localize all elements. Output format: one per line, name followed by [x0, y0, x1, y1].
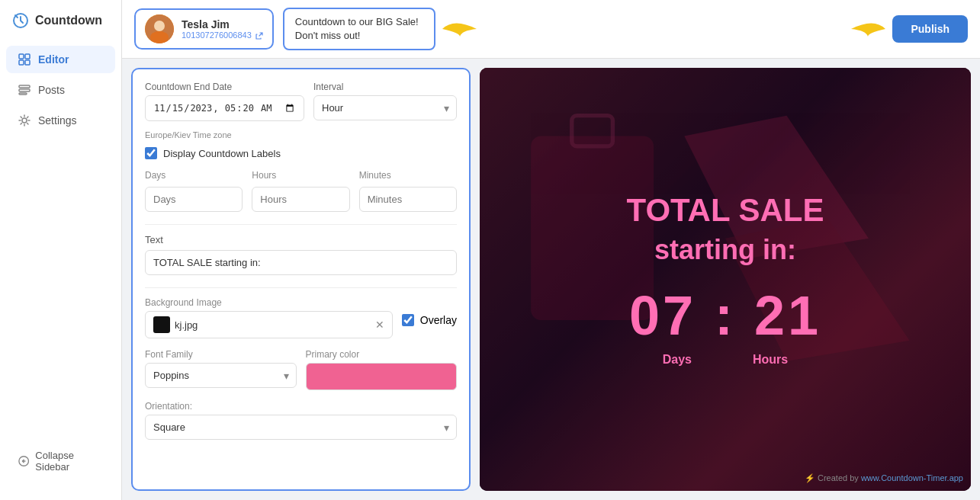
footer-link[interactable]: www.Countdown-Timer.app [861, 473, 963, 482]
orientation-group: Orientation: Square Landscape Portrait [145, 401, 457, 440]
preview-days-label: Days [663, 353, 692, 367]
hours-input[interactable] [252, 187, 349, 212]
collapse-label: Collapse Sidebar [35, 450, 103, 473]
preview-title-line1: TOTAL SALE [626, 193, 824, 228]
app-logo: Countdown [0, 12, 121, 44]
preview-title-line2: starting in: [626, 234, 824, 266]
collapse-icon [18, 455, 29, 467]
label-inputs-row: Days Hours Minutes [145, 170, 457, 212]
footer-created-text: Created by [818, 473, 861, 482]
content-area: Countdown End Date Interval Minute Hour … [122, 59, 980, 500]
interval-group: Interval Minute Hour Day [313, 82, 457, 121]
svg-rect-7 [19, 93, 27, 95]
days-input[interactable] [145, 187, 243, 212]
text-section: Text [145, 234, 457, 275]
sidebar-posts-label: Posts [38, 84, 65, 96]
sidebar-editor-label: Editor [38, 53, 69, 66]
days-group: Days [145, 170, 243, 212]
overlay-row: Overlay [402, 314, 457, 326]
primary-color-swatch[interactable] [306, 363, 458, 390]
svg-rect-4 [25, 60, 30, 65]
display-labels-checkbox[interactable] [145, 147, 157, 159]
preview-labels: Days Hours [626, 353, 824, 367]
sidebar-bottom: Collapse Sidebar [0, 434, 121, 488]
orientation-label: Orientation: [145, 401, 457, 412]
minutes-label: Minutes [359, 170, 457, 181]
overlay-section: Overlay [402, 297, 457, 326]
minutes-input[interactable] [359, 187, 457, 212]
orientation-select[interactable]: Square Landscape Portrait [145, 415, 457, 440]
app-title: Countdown [35, 14, 102, 27]
preview-footer: ⚡ Created by www.Countdown-Timer.app [805, 473, 963, 483]
end-date-input[interactable] [145, 95, 304, 121]
countdown-logo-icon [12, 12, 29, 29]
days-label: Days [145, 170, 243, 181]
preview-hours-label: Hours [753, 353, 788, 367]
preview-timer: 07 : 21 [626, 284, 824, 347]
collapse-sidebar-button[interactable]: Collapse Sidebar [6, 442, 115, 480]
arrow-right-icon [439, 14, 484, 44]
interval-label: Interval [313, 82, 457, 92]
bg-image-box: kj.jpg ✕ [145, 311, 393, 338]
settings-icon [18, 114, 31, 127]
preview-panel: TOTAL SALE starting in: 07 : 21 Days Hou… [480, 68, 971, 491]
timezone-text: Europe/Kiev Time zone [145, 130, 457, 139]
svg-rect-1 [19, 54, 24, 59]
external-link-icon [255, 32, 263, 40]
end-date-label: Countdown End Date [145, 82, 304, 92]
edit-icon [18, 53, 31, 66]
svg-point-8 [22, 118, 27, 123]
user-name: Tesla Jim [182, 18, 263, 30]
sidebar-item-posts[interactable]: Posts [6, 76, 115, 104]
user-card: Tesla Jim 101307276006843 [134, 8, 274, 50]
user-id: 101307276006843 [182, 30, 263, 40]
footer-bolt: ⚡ [805, 473, 815, 482]
text-input[interactable] [145, 250, 457, 275]
editor-panel: Countdown End Date Interval Minute Hour … [131, 68, 471, 491]
preview-background: TOTAL SALE starting in: 07 : 21 Days Hou… [480, 68, 971, 491]
arrow-left-icon [843, 14, 889, 44]
end-date-group: Countdown End Date [145, 82, 304, 121]
minutes-group: Minutes [359, 170, 457, 212]
user-info: Tesla Jim 101307276006843 [182, 18, 263, 40]
message-box: Countdown to our BIG Sale! Don't miss ou… [283, 8, 435, 50]
overlay-checkbox[interactable] [402, 314, 414, 326]
svg-rect-6 [19, 89, 30, 91]
hours-group: Hours [252, 170, 349, 212]
avatar [145, 14, 174, 43]
preview-content: TOTAL SALE starting in: 07 : 21 Days Hou… [611, 178, 839, 382]
sidebar-item-editor[interactable]: Editor [6, 46, 115, 73]
bg-image-name: kj.jpg [175, 319, 371, 331]
main-area: Tesla Jim 101307276006843 Countdown to o… [122, 0, 980, 500]
bg-image-label: Background Image [145, 297, 393, 308]
font-family-select[interactable]: Poppins Roboto Open Sans [145, 363, 297, 388]
date-interval-row: Countdown End Date Interval Minute Hour … [145, 82, 457, 121]
bg-image-thumbnail [153, 316, 170, 333]
svg-rect-3 [19, 60, 24, 65]
sidebar-item-settings[interactable]: Settings [6, 107, 115, 134]
posts-icon [18, 84, 31, 96]
display-labels-label: Display Countdown Labels [163, 148, 281, 159]
text-label: Text [145, 234, 457, 245]
topbar: Tesla Jim 101307276006843 Countdown to o… [122, 0, 980, 59]
sidebar: Countdown Editor Posts Settings [0, 0, 122, 500]
display-labels-row: Display Countdown Labels [145, 147, 457, 159]
interval-select-wrapper: Minute Hour Day [313, 95, 457, 120]
divider2 [145, 287, 457, 288]
bg-image-section: Background Image kj.jpg ✕ [145, 297, 393, 338]
font-family-label: Font Family [145, 349, 297, 360]
message-text: Countdown to our BIG Sale! Don't miss ou… [295, 16, 419, 41]
font-color-row: Font Family Poppins Roboto Open Sans Pri… [145, 349, 457, 390]
overlay-label: Overlay [420, 314, 457, 326]
orientation-select-wrapper: Square Landscape Portrait [145, 415, 457, 440]
bg-image-remove-button[interactable]: ✕ [375, 319, 384, 331]
interval-select[interactable]: Minute Hour Day [313, 95, 457, 120]
font-family-select-wrapper: Poppins Roboto Open Sans [145, 363, 297, 388]
primary-color-group: Primary color [306, 349, 458, 390]
divider1 [145, 224, 457, 225]
publish-button[interactable]: Publish [892, 15, 968, 43]
svg-point-11 [154, 21, 165, 31]
primary-color-label: Primary color [306, 349, 458, 360]
font-family-group: Font Family Poppins Roboto Open Sans [145, 349, 297, 390]
svg-rect-5 [19, 85, 30, 88]
